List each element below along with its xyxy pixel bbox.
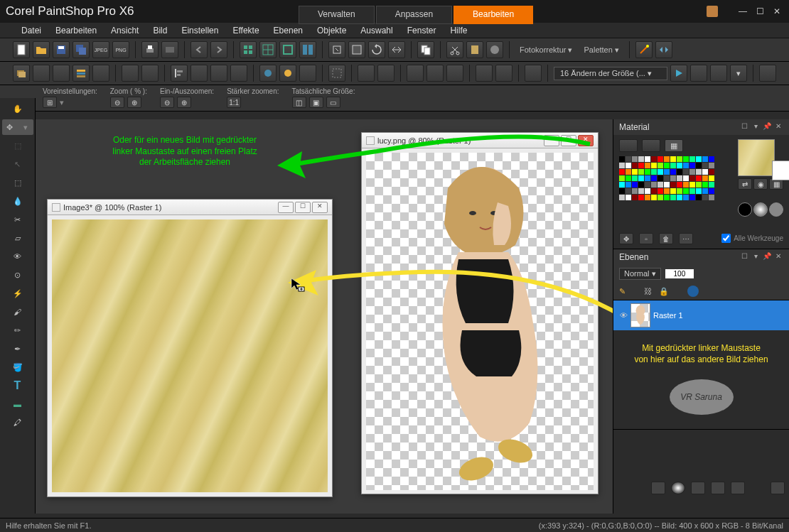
swatch[interactable]: [638, 169, 644, 175]
swatch[interactable]: [709, 195, 714, 200]
swatch[interactable]: [664, 175, 670, 181]
grid-icon[interactable]: [240, 41, 257, 58]
maximize-button[interactable]: ☐: [753, 6, 766, 16]
sel7-icon[interactable]: [476, 65, 493, 82]
swatch[interactable]: [670, 182, 676, 188]
clone-icon[interactable]: ⊙: [9, 267, 26, 283]
new-layer-icon[interactable]: ✎: [619, 287, 626, 296]
fx-icon[interactable]: [687, 286, 699, 297]
swatch[interactable]: [689, 163, 695, 168]
swatch[interactable]: [664, 169, 670, 175]
menu-auswahl[interactable]: Auswahl: [353, 24, 399, 37]
swatch[interactable]: [689, 188, 695, 194]
swatch[interactable]: [696, 169, 702, 175]
paste-icon[interactable]: [466, 41, 483, 58]
undo-icon[interactable]: [190, 41, 208, 58]
swatch[interactable]: [677, 182, 682, 188]
opacity-field[interactable]: 100: [665, 269, 694, 278]
swatch[interactable]: [645, 169, 650, 175]
swatch[interactable]: [632, 182, 638, 188]
ctrl2-icon[interactable]: [710, 65, 727, 82]
brush-icon[interactable]: 🖌: [9, 304, 26, 320]
preset-btn[interactable]: ⊞: [43, 97, 57, 108]
paletten-dropdown[interactable]: Paletten ▾: [579, 45, 623, 55]
cut-icon[interactable]: [446, 41, 463, 58]
swatch[interactable]: [626, 195, 631, 200]
tab-bearbeiten[interactable]: Bearbeiten: [453, 6, 533, 24]
lucy-max[interactable]: ☐: [561, 135, 576, 146]
swatch[interactable]: [683, 182, 689, 188]
fullscreen-icon[interactable]: [279, 41, 296, 58]
tool-e-icon[interactable]: [141, 65, 159, 82]
swatch[interactable]: [683, 195, 689, 200]
redeye-icon[interactable]: 👁: [9, 249, 26, 264]
swatch[interactable]: [619, 195, 625, 200]
layers-icon[interactable]: [13, 65, 30, 82]
ctrl3-icon[interactable]: ▾: [730, 65, 747, 82]
swatch[interactable]: [632, 163, 638, 168]
new-swatch-icon[interactable]: ▫: [639, 233, 653, 244]
image3-max[interactable]: ☐: [295, 202, 311, 213]
tile-icon[interactable]: [299, 41, 316, 58]
save-icon[interactable]: [53, 41, 70, 58]
swatch[interactable]: [638, 163, 644, 168]
swatch[interactable]: [677, 195, 682, 200]
panel-dropdown-icon[interactable]: ▾: [751, 252, 761, 262]
swatch[interactable]: [683, 188, 689, 194]
swatch[interactable]: [696, 163, 702, 168]
swatch[interactable]: [638, 156, 644, 162]
footer-effects-icon[interactable]: [771, 482, 785, 494]
jpeg-icon[interactable]: JPEG: [92, 41, 109, 58]
size3-icon[interactable]: ▭: [326, 97, 340, 108]
material-panel-header[interactable]: Material ☐ ▾ 📌 ✕: [613, 119, 789, 135]
lucy-canvas[interactable]: [366, 153, 594, 490]
swatch[interactable]: [689, 182, 695, 188]
mat-tab3-icon[interactable]: ▦: [665, 139, 683, 152]
swatch[interactable]: [670, 175, 676, 181]
sel6-icon[interactable]: [446, 65, 463, 82]
swatch[interactable]: [677, 163, 682, 168]
swatch[interactable]: [709, 175, 714, 181]
image3-canvas[interactable]: [52, 219, 328, 492]
scanner-icon[interactable]: [161, 41, 178, 58]
panel-dropdown-icon[interactable]: ▾: [751, 122, 761, 132]
swatch[interactable]: [626, 182, 631, 188]
sel2-icon[interactable]: [358, 65, 375, 82]
swatch[interactable]: [677, 169, 682, 175]
swatch[interactable]: [626, 175, 631, 181]
swatch[interactable]: [670, 195, 676, 200]
swatch[interactable]: [696, 175, 702, 181]
swatch[interactable]: [651, 169, 657, 175]
menu-ebenen[interactable]: Ebenen: [267, 24, 310, 37]
sel8-icon[interactable]: [495, 65, 512, 82]
airbrush-icon[interactable]: ✒: [9, 341, 26, 357]
swatch[interactable]: [702, 182, 708, 188]
swatch[interactable]: [677, 156, 682, 162]
fx2-icon[interactable]: [279, 65, 296, 82]
swatch[interactable]: [645, 182, 650, 188]
swatch[interactable]: [664, 156, 670, 162]
swatch[interactable]: [632, 188, 638, 194]
paint-tool-icon[interactable]: 🖍: [9, 415, 26, 430]
layers2-icon[interactable]: [73, 65, 90, 82]
panel-pin-icon[interactable]: 📌: [762, 252, 772, 262]
footer-new-icon[interactable]: [651, 482, 665, 494]
menu-einstellen[interactable]: Einstellen: [174, 24, 225, 37]
delete-swatch-icon[interactable]: 🗑: [659, 233, 673, 244]
swatch[interactable]: [709, 182, 714, 188]
image3-window[interactable]: Image3* @ 100% (Raster 1) — ☐ ✕: [47, 199, 333, 497]
align-left-icon[interactable]: [171, 65, 188, 82]
swatch[interactable]: [702, 188, 708, 194]
swatch[interactable]: [645, 188, 650, 194]
sel3-icon[interactable]: [377, 65, 394, 82]
grad-circle-icon[interactable]: [753, 202, 768, 217]
crop-tool-icon[interactable]: ✂: [9, 212, 26, 227]
menu-objekte[interactable]: Objekte: [310, 24, 353, 37]
layer-raster1[interactable]: 👁 Raster 1: [613, 300, 789, 330]
swatch[interactable]: [709, 188, 714, 194]
swatch[interactable]: [664, 163, 670, 168]
enhance-icon[interactable]: [635, 41, 653, 58]
swatch[interactable]: [670, 188, 676, 194]
sel9-icon[interactable]: [525, 65, 542, 82]
swatch[interactable]: [683, 156, 689, 162]
